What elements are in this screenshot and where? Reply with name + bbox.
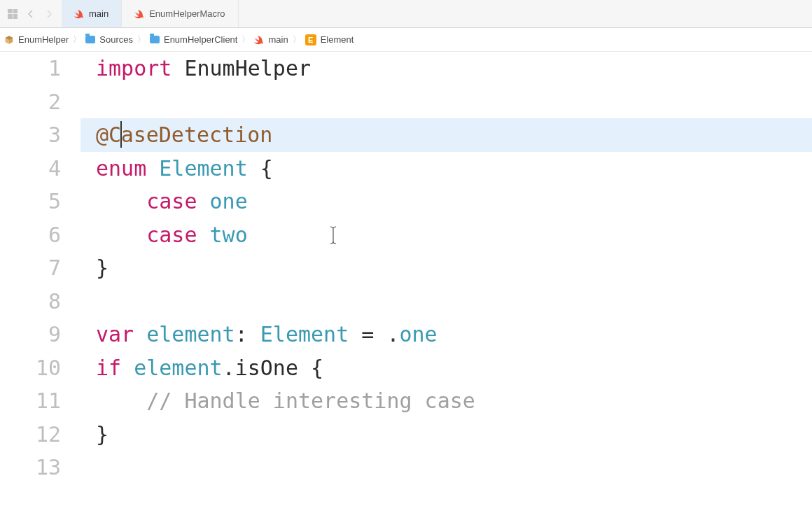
code-token: case <box>146 189 197 214</box>
line-number: 1 <box>0 52 61 85</box>
code-line[interactable]: var element: Element = .one <box>80 318 812 351</box>
code-token: . <box>386 322 399 346</box>
tab-enumhelpermacro[interactable]: EnumHelperMacro <box>122 0 238 27</box>
code-token: aseDetection <box>121 122 273 147</box>
chevron-right-icon: 〉 <box>137 34 146 46</box>
breadcrumb-item-main[interactable]: main <box>254 34 288 45</box>
code-token: one <box>210 189 248 214</box>
code-token: import <box>96 56 172 80</box>
line-number: 7 <box>0 251 61 285</box>
code-token: one <box>400 322 438 346</box>
code-token: isOne <box>235 356 298 380</box>
breadcrumb-label: EnumHelperClient <box>164 34 238 45</box>
line-number: 6 <box>0 218 61 252</box>
code-line[interactable]: if element.isOne { <box>80 351 812 385</box>
tab-label: main <box>89 8 108 19</box>
breadcrumb-label: Sources <box>99 34 133 45</box>
line-number: 11 <box>0 384 61 418</box>
code-token: EnumHelper <box>184 56 311 80</box>
nav-back-button[interactable] <box>24 7 38 21</box>
folder-icon <box>85 36 95 43</box>
breadcrumb-item-enumhelperclient[interactable]: EnumHelperClient <box>150 34 238 45</box>
ibeam-cursor-icon <box>330 225 337 245</box>
breadcrumb-label: EnumHelper <box>18 34 69 45</box>
code-token: @C <box>96 122 121 147</box>
code-token: if <box>96 356 121 380</box>
code-token: var <box>96 322 134 346</box>
breadcrumb-label: main <box>268 34 288 45</box>
line-number: 10 <box>0 351 61 385</box>
line-number: 5 <box>0 185 61 218</box>
chevron-right-icon: 〉 <box>293 34 301 46</box>
line-number: 12 <box>0 418 61 451</box>
code-line[interactable]: } <box>80 251 812 285</box>
tab-label: EnumHelperMacro <box>149 8 225 19</box>
package-icon <box>4 35 14 45</box>
code-line[interactable] <box>80 285 812 318</box>
code-editor[interactable]: 12345678910111213 import EnumHelper@Case… <box>0 52 812 511</box>
code-token: : <box>235 322 260 346</box>
breadcrumb-bar: EnumHelper〉Sources〉EnumHelperClient〉main… <box>0 28 812 52</box>
code-token: } <box>96 422 108 447</box>
breadcrumb-item-enumhelper[interactable]: EnumHelper <box>4 34 69 45</box>
code-line[interactable]: @CaseDetection <box>80 118 812 152</box>
line-number: 13 <box>0 451 61 484</box>
breadcrumb-label: Element <box>321 34 354 45</box>
grid-icon[interactable] <box>6 7 20 21</box>
code-token <box>121 356 134 380</box>
line-number: 9 <box>0 318 61 351</box>
code-token <box>172 56 184 80</box>
code-token <box>134 322 146 346</box>
code-line[interactable]: // Handle interesting case <box>80 384 812 418</box>
code-token: . <box>223 356 235 380</box>
code-token: Element <box>159 156 247 181</box>
code-token: { <box>248 156 273 181</box>
code-token: two <box>210 223 248 247</box>
code-line[interactable]: import EnumHelper <box>80 52 812 85</box>
chevron-right-icon: 〉 <box>73 34 81 46</box>
line-number-gutter: 12345678910111213 <box>0 52 80 511</box>
breadcrumb-item-element[interactable]: EElement <box>305 34 354 46</box>
code-token <box>146 156 159 181</box>
code-token: Element <box>260 322 349 346</box>
swift-icon <box>74 9 84 19</box>
code-area[interactable]: import EnumHelper@CaseDetectionenum Elem… <box>80 52 812 511</box>
folder-icon <box>150 36 160 43</box>
code-token: = <box>349 322 386 346</box>
code-line[interactable]: case one <box>80 185 812 218</box>
tabs-container: mainEnumHelperMacro <box>62 0 239 27</box>
line-number: 8 <box>0 285 61 318</box>
chevron-right-icon: 〉 <box>241 34 250 46</box>
line-number: 4 <box>0 152 61 186</box>
line-number: 3 <box>0 118 61 152</box>
code-line[interactable]: case two <box>80 218 812 252</box>
code-token: } <box>96 255 108 280</box>
swift-icon <box>134 9 144 19</box>
code-token <box>96 388 146 413</box>
code-token <box>197 189 210 214</box>
nav-forward-button[interactable] <box>42 7 56 21</box>
code-line[interactable] <box>80 451 812 484</box>
breadcrumb-container: EnumHelper〉Sources〉EnumHelperClient〉main… <box>4 34 354 46</box>
code-line[interactable]: enum Element { <box>80 152 812 186</box>
code-token <box>96 223 146 247</box>
code-token: case <box>146 223 197 247</box>
tab-main[interactable]: main <box>62 0 122 27</box>
line-number: 2 <box>0 85 61 119</box>
code-line[interactable]: } <box>80 418 812 451</box>
tab-bar: mainEnumHelperMacro <box>0 0 812 28</box>
enum-icon: E <box>305 34 316 46</box>
nav-buttons <box>0 0 62 27</box>
code-token <box>197 223 210 247</box>
swift-icon <box>254 35 264 45</box>
breadcrumb-item-sources[interactable]: Sources <box>85 34 133 45</box>
code-token: { <box>298 356 323 380</box>
code-line[interactable] <box>80 85 812 119</box>
code-token: element <box>146 322 234 346</box>
code-token: element <box>134 356 222 380</box>
code-token <box>96 189 146 214</box>
code-token: // Handle interesting case <box>146 388 475 413</box>
code-token: enum <box>96 156 146 181</box>
